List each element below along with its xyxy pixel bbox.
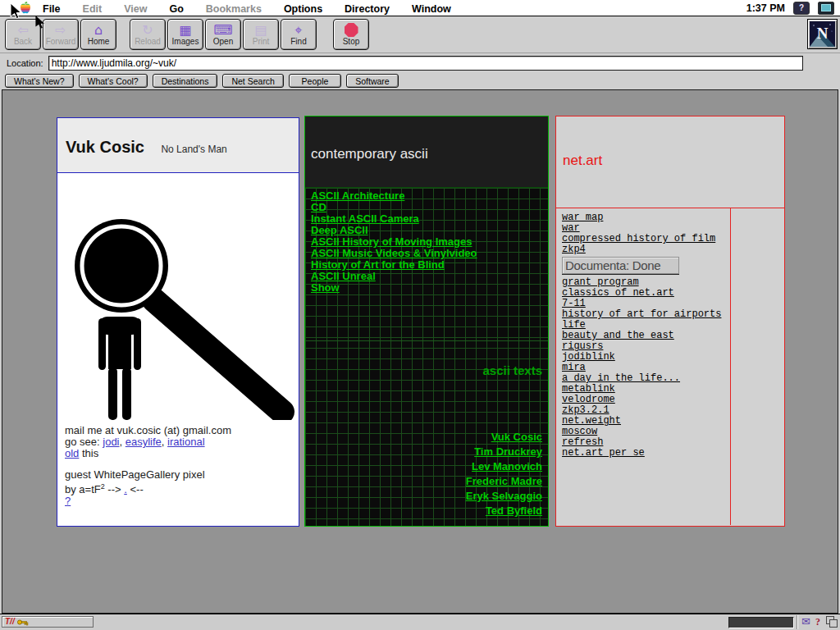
- stop-sign-icon: [345, 23, 358, 37]
- menu-item-directory[interactable]: Directory: [345, 3, 390, 15]
- link-jodi[interactable]: jodi: [103, 436, 119, 448]
- ascii-link-history-of-art-for-the-blind[interactable]: History of Art for the Blind: [311, 259, 445, 270]
- net-art-links-bottom: grant programclassics of net.art7-11hist…: [562, 277, 784, 459]
- ascii-link-instant-ascii-camera[interactable]: Instant ASCII Camera: [311, 213, 419, 224]
- toolbar-button-reload[interactable]: ↻ Reload: [130, 19, 166, 50]
- menu-item-options[interactable]: Options: [284, 3, 322, 15]
- menu-item-edit[interactable]: Edit: [83, 3, 103, 15]
- net-art-links-top: war mapwarcompressed history of filmzkp4: [562, 212, 784, 255]
- toolbar-button-find[interactable]: ⌖ Find: [281, 19, 317, 50]
- resize-grip-icon[interactable]: [826, 616, 838, 628]
- ascii-link-cd[interactable]: CD: [311, 202, 326, 212]
- status-divider: [797, 615, 797, 629]
- author-link-frederic-madre[interactable]: Frederic Madre: [466, 476, 542, 486]
- ascii-link-ascii-history-of-moving-images[interactable]: ASCII History of Moving Images: [311, 236, 472, 247]
- toolbar-button-open[interactable]: ⌨ Open: [205, 19, 241, 50]
- security-emblem[interactable]: T//: [2, 616, 94, 628]
- help-icon[interactable]: ?: [793, 2, 810, 15]
- menu-item-go[interactable]: Go: [169, 3, 183, 15]
- netscape-logo[interactable]: N: [807, 19, 838, 49]
- contemporary-ascii-panel: contemporary ascii ASCII ArchitectureCDI…: [304, 116, 549, 527]
- desktop-screen: FileEditViewGoBookmarksOptionsDirectoryW…: [0, 0, 840, 630]
- page-subtitle: No Land's Man: [161, 144, 226, 155]
- ascii-link-show[interactable]: Show: [311, 282, 340, 293]
- toolbar-buttons: ⇦ Back ⇨ Forward ⌂ Home ↻ Reload: [5, 19, 318, 50]
- author-link-vuk-cosic[interactable]: Vuk Cosic: [491, 431, 542, 442]
- magnifier-man-image: [62, 194, 295, 420]
- menu-bar-right: 1:37 PM ?: [746, 0, 840, 16]
- status-question-icon[interactable]: ?: [815, 616, 820, 628]
- toolbar-button-back[interactable]: ⇦ Back: [5, 19, 41, 50]
- apple-menu-icon[interactable]: [20, 2, 31, 15]
- quick-links-row: What's New?What's Cool?DestinationsNet S…: [0, 72, 840, 89]
- ascii-link-deep-ascii[interactable]: Deep ASCII: [311, 225, 368, 235]
- netart-link-zkp4[interactable]: zkp4: [562, 244, 586, 255]
- author-link-lev-manovich[interactable]: Lev Manovich: [472, 461, 542, 472]
- menu-item-window[interactable]: Window: [412, 3, 451, 15]
- guest-line: guest WhitePageGallery pixel: [65, 469, 299, 481]
- author-links: Vuk CosicTim DruckreyLev ManovichFrederi…: [466, 429, 542, 518]
- link-irational[interactable]: irational: [167, 436, 205, 448]
- quick-link-button-people[interactable]: People: [289, 74, 341, 88]
- see-links: jodi, easylife, irational: [103, 436, 204, 448]
- clock: 1:37 PM: [746, 2, 785, 14]
- svg-text:N: N: [817, 25, 829, 42]
- quick-link-button-destinations[interactable]: Destinations: [153, 74, 218, 88]
- link-old[interactable]: old: [65, 447, 79, 459]
- emblem-text: T//: [5, 618, 15, 626]
- ascii-texts-label: ascii texts: [482, 363, 542, 377]
- author-link-tim-druckrey[interactable]: Tim Druckrey: [474, 446, 542, 457]
- location-input[interactable]: [48, 56, 803, 71]
- menu-item-bookmarks[interactable]: Bookmarks: [206, 3, 262, 15]
- left-panel-text: mail me at vuk.cosic (at) gmail.com go s…: [65, 425, 299, 507]
- quick-link-button-what-s-cool[interactable]: What's Cool?: [79, 74, 148, 88]
- link-easylife[interactable]: easylife: [126, 436, 162, 448]
- net-art-title: net.art: [556, 116, 784, 208]
- quick-link-button-net-search[interactable]: Net Search: [222, 74, 284, 88]
- progress-bar: [728, 617, 794, 628]
- left-panel-header: Vuk Cosic No Land's Man: [57, 118, 299, 173]
- page-title: Vuk Cosic: [66, 138, 144, 156]
- application-menu-icon[interactable]: [818, 2, 834, 15]
- old-line: old this: [65, 448, 299, 459]
- documenta-done-image-link[interactable]: Documenta: Done: [562, 257, 679, 275]
- author-link-ted-byfield[interactable]: Ted Byfield: [486, 505, 542, 516]
- status-bar: T// ✉ ?: [0, 614, 840, 630]
- location-label: Location:: [7, 58, 43, 68]
- ascii-links: ASCII ArchitectureCDInstant ASCII Camera…: [305, 190, 548, 293]
- vuk-cosic-panel: Vuk Cosic No Land's Man mail me at vuk.c…: [57, 117, 299, 527]
- netart-link-net-art-per-se[interactable]: net.art per se: [562, 448, 645, 459]
- menu-item-file[interactable]: File: [43, 3, 61, 15]
- menu-items: FileEditViewGoBookmarksOptionsDirectoryW…: [43, 1, 473, 16]
- toolbar-button-print[interactable]: ▤ Print: [243, 19, 279, 50]
- grid-divider: [305, 340, 548, 341]
- author-link-eryk-selvaggio[interactable]: Eryk Selvaggio: [466, 491, 542, 501]
- question-line: ?: [65, 495, 299, 507]
- menu-item-view[interactable]: View: [124, 3, 147, 15]
- toolbar-button-images[interactable]: ▦ Images: [167, 19, 203, 50]
- toolbar-button-forward[interactable]: ⇨ Forward: [43, 19, 79, 50]
- ascii-link-ascii-unreal[interactable]: ASCII Unreal: [311, 271, 376, 281]
- browser-toolbar: ⇦ Back ⇨ Forward ⌂ Home ↻ Reload: [0, 16, 840, 53]
- quick-link-button-software[interactable]: Software: [346, 74, 399, 88]
- stop-button[interactable]: Stop: [333, 19, 369, 50]
- mail-icon[interactable]: ✉: [801, 615, 810, 628]
- location-bar: Location:: [0, 53, 840, 72]
- ascii-link-ascii-architecture[interactable]: ASCII Architecture: [311, 190, 404, 201]
- middle-panel-title: contemporary ascii: [305, 116, 548, 188]
- documenta-done-image: Documenta: Done: [562, 257, 679, 274]
- go-see-line: go see: jodi, easylife, irational: [65, 436, 299, 448]
- netart-link-history-of-art-for-airports[interactable]: history of art for airports: [562, 309, 721, 320]
- net-art-links-area: war mapwarcompressed history of filmzkp4…: [556, 208, 784, 525]
- by-line: by a=tF2 --> . <--: [65, 481, 299, 495]
- red-divider: [730, 208, 731, 525]
- page-content: Vuk Cosic No Land's Man mail me at vuk.c…: [2, 89, 838, 614]
- quick-link-button-what-s-new[interactable]: What's New?: [5, 74, 74, 88]
- toolbar-button-home[interactable]: ⌂ Home: [80, 19, 116, 50]
- ascii-grid-area: ASCII ArchitectureCDInstant ASCII Camera…: [305, 188, 548, 526]
- ascii-link-ascii-music-videos-vinylvideo[interactable]: ASCII Music Videos & Vinylvideo: [311, 248, 477, 258]
- broken-key-icon: [17, 619, 29, 626]
- mail-line: mail me at vuk.cosic (at) gmail.com: [65, 425, 299, 436]
- link-question-mark[interactable]: ?: [65, 495, 71, 507]
- net-art-panel: net.art war mapwarcompressed history of …: [555, 116, 785, 527]
